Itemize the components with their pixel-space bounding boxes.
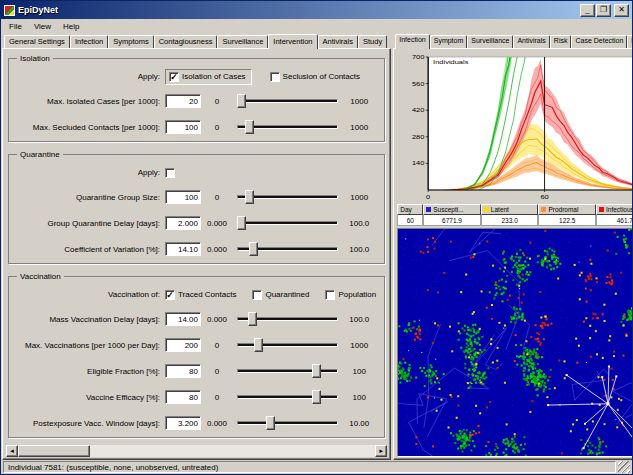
- quarantine-apply-checkbox-box[interactable]: [165, 168, 175, 178]
- slider[interactable]: [235, 119, 340, 135]
- spatial-map-canvas[interactable]: [397, 228, 633, 457]
- checkbox-box[interactable]: [252, 290, 262, 300]
- left-tab-bar: General SettingsInfectionSymptomsContagi…: [2, 33, 391, 48]
- stats-col-day[interactable]: Day: [397, 204, 423, 215]
- slider-thumb[interactable]: [312, 390, 321, 404]
- parameter-value-input[interactable]: [165, 312, 201, 326]
- close-button[interactable]: ✕: [614, 4, 629, 17]
- parameter-label: Max. Secluded Contacts [per 1000]:: [13, 123, 165, 132]
- tab-study[interactable]: Study: [358, 35, 387, 48]
- horizontal-scrollbar[interactable]: ◄ ►: [6, 445, 387, 457]
- isolation-of-cases-toggle[interactable]: ✓ Isolation of Cases: [165, 69, 252, 85]
- stats-col-prodromal[interactable]: Prodromal: [538, 204, 596, 215]
- stats-col-latent[interactable]: Latent: [481, 204, 539, 215]
- titlebar[interactable]: EpiDyNet _ ❐ ✕: [1, 1, 632, 19]
- tab-intervention[interactable]: Intervention: [268, 34, 317, 49]
- parameter-value-input[interactable]: [165, 190, 201, 204]
- parameter-value-input[interactable]: [165, 338, 201, 352]
- slider[interactable]: [235, 93, 340, 109]
- parameter-value-input[interactable]: [165, 390, 201, 404]
- slider-min-label: 0.000: [201, 315, 233, 324]
- maximize-button[interactable]: ❐: [596, 4, 611, 17]
- parameter-value-input[interactable]: [165, 120, 201, 134]
- slider-thumb[interactable]: [248, 312, 257, 326]
- slider-thumb[interactable]: [249, 242, 258, 256]
- slider[interactable]: [235, 215, 340, 231]
- parameter-label: Coefficient of Variation [%]:: [13, 245, 165, 254]
- parameter-value-input[interactable]: [165, 216, 201, 230]
- isolation-of-cases-label: Isolation of Cases: [182, 72, 246, 81]
- checkbox-population[interactable]: Population: [325, 290, 376, 300]
- parameter-value-input[interactable]: [165, 364, 201, 378]
- settings-pane: General SettingsInfectionSymptomsContagi…: [2, 33, 391, 460]
- tab-infection[interactable]: Infection: [70, 35, 108, 48]
- slider[interactable]: [235, 189, 340, 205]
- menu-view[interactable]: View: [28, 21, 57, 32]
- tab-surveillance[interactable]: Surveillance: [217, 35, 268, 48]
- svg-text:Individuals: Individuals: [433, 59, 469, 65]
- stats-col-suscepti[interactable]: Suscepti...: [423, 204, 481, 215]
- tab-symptom[interactable]: Symptom: [430, 35, 468, 48]
- hscrollbar-thumb[interactable]: [18, 445, 90, 457]
- scroll-left-icon[interactable]: ◄: [6, 445, 18, 457]
- checkbox-quarantined[interactable]: Quarantined: [252, 290, 309, 300]
- tab-infection[interactable]: Infection: [395, 34, 429, 49]
- svg-text:140: 140: [412, 160, 425, 166]
- isolation-of-cases-checkbox[interactable]: ✓: [169, 72, 179, 82]
- window-title: EpiDyNet: [18, 5, 580, 15]
- svg-text:420: 420: [412, 107, 425, 113]
- menu-help[interactable]: Help: [57, 21, 85, 32]
- minimize-button[interactable]: _: [580, 4, 595, 17]
- slider-thumb[interactable]: [266, 416, 275, 430]
- slider-thumb[interactable]: [245, 190, 254, 204]
- apply-label: Apply:: [13, 168, 165, 177]
- svg-text:280: 280: [412, 133, 425, 139]
- seclusion-checkbox-box[interactable]: [270, 72, 280, 82]
- hscrollbar-track[interactable]: [18, 445, 375, 457]
- parameter-value-input[interactable]: [165, 416, 201, 430]
- main-area: General SettingsInfectionSymptomsContagi…: [1, 33, 632, 460]
- stats-header-row: DaySuscepti...LatentProdromalInfectiousR…: [397, 204, 633, 215]
- checkbox-label: Traced Contacts: [178, 290, 236, 299]
- slider-thumb[interactable]: [237, 216, 246, 230]
- slider[interactable]: [235, 337, 340, 353]
- slider[interactable]: [235, 311, 340, 327]
- slider-thumb[interactable]: [254, 338, 263, 352]
- tab-case-detection[interactable]: Case Detection: [571, 35, 627, 48]
- vaccination-group-title: Vaccination: [17, 272, 64, 281]
- apply-label: Apply:: [13, 72, 165, 81]
- stats-col-infectious[interactable]: Infectious: [596, 204, 633, 215]
- tab-symptoms[interactable]: Symptoms: [108, 35, 153, 48]
- quarantine-group: Quarantine Apply: Quarantine Group Size:…: [8, 154, 385, 264]
- tab-antivirals[interactable]: Antivirals: [318, 35, 358, 48]
- slider[interactable]: [235, 241, 340, 257]
- tab-surveillance[interactable]: Surveillance: [467, 35, 513, 48]
- slider-thumb[interactable]: [237, 94, 246, 108]
- slider[interactable]: [235, 363, 340, 379]
- resize-grip[interactable]: [618, 461, 630, 473]
- slider-thumb[interactable]: [245, 120, 254, 134]
- slider-max-label: 100.0: [342, 315, 376, 324]
- checkbox-box[interactable]: ✓: [165, 290, 175, 300]
- slider[interactable]: [235, 389, 340, 405]
- parameter-row: Max. Vaccinations [per 1000 per Day]:010…: [13, 332, 380, 358]
- menu-file[interactable]: File: [3, 21, 28, 32]
- checkbox-box[interactable]: [325, 290, 335, 300]
- tab-general-settings[interactable]: General Settings: [4, 35, 70, 48]
- tab-risk[interactable]: Risk: [550, 35, 572, 48]
- seclusion-of-contacts-checkbox[interactable]: Seclusion of Contacts: [270, 72, 360, 82]
- scroll-right-icon[interactable]: ►: [375, 445, 387, 457]
- seclusion-label: Seclusion of Contacts: [283, 72, 360, 81]
- parameter-value-input[interactable]: [165, 242, 201, 256]
- parameter-value-input[interactable]: [165, 94, 201, 108]
- tab-report[interactable]: Report: [627, 35, 633, 48]
- slider[interactable]: [235, 415, 340, 431]
- checkbox-traced-contacts[interactable]: ✓Traced Contacts: [165, 290, 236, 300]
- parameter-label: Mass Vaccination Delay [days]:: [13, 315, 165, 324]
- slider-thumb[interactable]: [312, 364, 321, 378]
- tab-contagiousness[interactable]: Contagiousness: [154, 35, 218, 48]
- svg-text:0: 0: [426, 194, 430, 200]
- quarantine-apply-checkbox[interactable]: [165, 168, 178, 178]
- slider-track: [237, 343, 338, 347]
- tab-antivirals[interactable]: Antivirals: [513, 35, 549, 48]
